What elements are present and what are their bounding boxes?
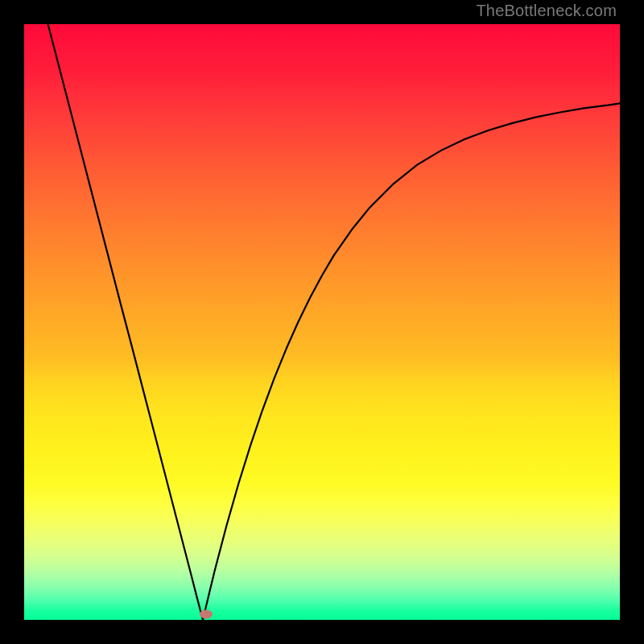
minimum-marker — [200, 609, 213, 618]
curve-layer — [24, 24, 620, 620]
watermark-text: TheBottleneck.com — [476, 2, 617, 20]
bottleneck-curve — [48, 24, 620, 620]
plot-area — [24, 24, 620, 620]
chart-frame: TheBottleneck.com — [0, 0, 644, 644]
